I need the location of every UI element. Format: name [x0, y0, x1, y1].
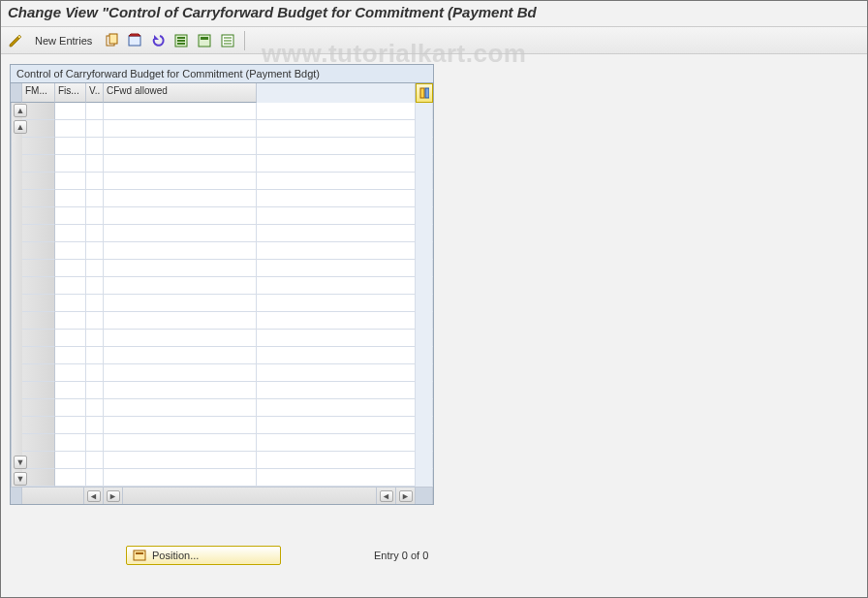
scroll-down-button[interactable]: ▼ [14, 472, 27, 486]
cell[interactable] [104, 364, 257, 382]
cell[interactable] [86, 417, 104, 434]
cell[interactable] [55, 103, 86, 120]
grid-corner[interactable] [11, 83, 22, 103]
vertical-scrollbar[interactable]: ▲ ▲ ▼ ▼ [11, 103, 22, 487]
row-handle[interactable] [22, 417, 55, 434]
cell[interactable] [104, 225, 257, 242]
cell[interactable] [55, 469, 86, 487]
row-handle[interactable] [22, 347, 55, 364]
cell[interactable] [104, 330, 257, 347]
cell[interactable] [86, 138, 104, 155]
cell[interactable] [55, 452, 86, 469]
scroll-right-button[interactable]: ► [396, 488, 416, 504]
cell[interactable] [104, 434, 257, 452]
cell[interactable] [55, 138, 86, 155]
cell[interactable] [104, 347, 257, 364]
cell[interactable] [86, 225, 104, 242]
row-handle[interactable] [22, 382, 55, 399]
row-handle[interactable] [22, 155, 55, 173]
cell[interactable] [257, 242, 416, 260]
cell[interactable] [86, 364, 104, 382]
cell[interactable] [55, 277, 86, 295]
position-button[interactable]: Position... [126, 546, 281, 565]
row-handle[interactable] [22, 225, 55, 242]
cell[interactable] [86, 103, 104, 120]
cell[interactable] [55, 120, 86, 138]
row-handle[interactable] [22, 434, 55, 452]
cell[interactable] [86, 434, 104, 452]
scroll-up-step-button[interactable]: ▲ [14, 120, 27, 134]
row-handle[interactable] [22, 207, 55, 225]
cell[interactable] [86, 330, 104, 347]
cell[interactable] [86, 207, 104, 225]
cell[interactable] [104, 103, 257, 120]
col-header-v[interactable]: V.. [86, 83, 104, 103]
toggle-display-change-icon[interactable] [6, 31, 25, 50]
cell[interactable] [257, 399, 416, 417]
undo-change-icon[interactable] [148, 31, 168, 50]
scroll-down-step-button[interactable]: ▼ [14, 456, 27, 469]
cell[interactable] [55, 312, 86, 330]
cell[interactable] [257, 364, 416, 382]
select-all-icon[interactable] [171, 31, 191, 50]
cell[interactable] [55, 155, 86, 173]
deselect-all-icon[interactable] [218, 31, 237, 50]
cell[interactable] [86, 312, 104, 330]
cell[interactable] [257, 382, 416, 399]
row-handle[interactable] [22, 295, 55, 312]
cell[interactable] [257, 330, 416, 347]
cell[interactable] [104, 155, 257, 173]
cell[interactable] [86, 347, 104, 364]
cell[interactable] [86, 260, 104, 277]
cell[interactable] [86, 452, 104, 469]
cell[interactable] [86, 469, 104, 487]
cell[interactable] [55, 242, 86, 260]
cell[interactable] [257, 434, 416, 452]
cell[interactable] [55, 260, 86, 277]
cell[interactable] [55, 347, 86, 364]
scroll-right-fixed-button[interactable]: ► [104, 488, 123, 504]
copy-as-icon[interactable] [102, 31, 121, 50]
cell[interactable] [55, 173, 86, 190]
cell[interactable] [55, 417, 86, 434]
cell[interactable] [257, 260, 416, 277]
row-handle[interactable] [22, 190, 55, 207]
row-handle[interactable] [22, 277, 55, 295]
cell[interactable] [86, 382, 104, 399]
cell[interactable] [86, 120, 104, 138]
col-header-fis[interactable]: Fis... [55, 83, 86, 103]
row-handle[interactable] [22, 452, 55, 469]
cell[interactable] [104, 207, 257, 225]
hscroll-track[interactable] [123, 488, 377, 504]
scroll-up-button[interactable]: ▲ [14, 104, 27, 117]
cell[interactable] [86, 190, 104, 207]
cell[interactable] [55, 190, 86, 207]
cell[interactable] [257, 452, 416, 469]
cell[interactable] [104, 399, 257, 417]
new-entries-button[interactable]: New Entries [29, 33, 98, 48]
cell[interactable] [257, 155, 416, 173]
row-handle[interactable] [22, 364, 55, 382]
cell[interactable] [86, 295, 104, 312]
cell[interactable] [257, 207, 416, 225]
cell[interactable] [104, 417, 257, 434]
cell[interactable] [257, 295, 416, 312]
cell[interactable] [104, 469, 257, 487]
row-handle[interactable] [22, 173, 55, 190]
cell[interactable] [257, 347, 416, 364]
configure-columns-icon[interactable] [416, 83, 433, 103]
row-handle[interactable] [22, 399, 55, 417]
cell[interactable] [86, 399, 104, 417]
col-header-fm[interactable]: FM... [22, 83, 55, 103]
row-handle[interactable] [22, 103, 55, 120]
cell[interactable] [86, 242, 104, 260]
cell[interactable] [257, 190, 416, 207]
cell[interactable] [257, 417, 416, 434]
cell[interactable] [257, 173, 416, 190]
cell[interactable] [104, 242, 257, 260]
delete-icon[interactable] [125, 31, 144, 50]
row-handle[interactable] [22, 312, 55, 330]
cell[interactable] [104, 452, 257, 469]
cell[interactable] [257, 469, 416, 487]
cell[interactable] [55, 225, 86, 242]
